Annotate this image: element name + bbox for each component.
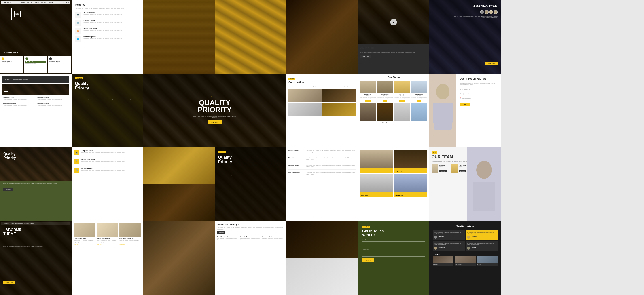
contact-send-btn[interactable]: Send bbox=[460, 103, 470, 106]
contact-address-field[interactable]: 📍 123 Street, City bbox=[460, 97, 498, 100]
qp-headline: Quality Priority bbox=[75, 82, 89, 90]
qp2-desc: Lorem ipsum dolor sit amet, consectetur … bbox=[3, 183, 68, 185]
site-features-grid: Computer Repair Lorem ipsum dolor sit am… bbox=[2, 96, 69, 107]
city-new-york: New York bbox=[433, 256, 454, 266]
twitter-icon-leon[interactable]: t bbox=[367, 100, 369, 102]
city-boston: Boston bbox=[477, 256, 498, 266]
three-column-grid: Lorem ipsum dolor Lorem ipsum dolor sit … bbox=[74, 224, 141, 245]
view-profile-chad-btn[interactable]: View Profile bbox=[459, 170, 466, 172]
member-photo-2-1 bbox=[360, 103, 376, 121]
amazing-team-desc: Lorem ipsum dolor sit amet, consectetur … bbox=[453, 16, 498, 18]
member-desc-david: Lorem ipsum dolor sit amet, consectetur … bbox=[377, 97, 393, 99]
construction-img-3 bbox=[288, 103, 322, 116]
member-desc-leon: Lorem ipsum dolor sit amet, consectetur … bbox=[360, 97, 376, 99]
col-title-3: Maecenas ullamcorper bbox=[119, 238, 141, 239]
feature-web: 🌐 Web Development Lorem ipsum dolor sit … bbox=[75, 36, 140, 42]
contact-email-field[interactable]: ✉ info@example.com bbox=[460, 92, 498, 95]
test-name-2: Chad Butler bbox=[471, 236, 478, 237]
test-author-2: Chad Butler Author bbox=[467, 236, 496, 239]
serv-desc-1: Lorem ipsum dolor sit amet, consectetur … bbox=[306, 150, 356, 153]
team-member-david: David Milam Author Lorem ipsum dolor sit… bbox=[377, 81, 393, 102]
git-send-btn[interactable]: Send > bbox=[362, 258, 374, 262]
serv-desc-3: Lorem ipsum dolor sit amet, consectetur … bbox=[306, 164, 356, 168]
qp3-desc: Lorem ipsum dolor sit amet, consectetur … bbox=[218, 174, 283, 176]
view-profile-roy-btn[interactable]: View Profile bbox=[439, 170, 446, 172]
city-img-boston bbox=[477, 256, 498, 263]
our-team-title: Our Team bbox=[360, 76, 427, 79]
feature-industrial: ⚙️ Industrial Design Lorem ipsum dolor s… bbox=[75, 20, 140, 26]
social-icons[interactable]: f t g in bbox=[64, 2, 69, 3]
svg-point-9 bbox=[476, 161, 492, 179]
want-desc: Lorem ipsum dolor sit amet, consectetur … bbox=[217, 227, 284, 230]
facebook-icon-leon[interactable]: f bbox=[365, 100, 367, 102]
main-nav[interactable]: LABORMS Home About Us Features Services … bbox=[1, 1, 70, 4]
instagram-icon-leon[interactable]: i bbox=[370, 100, 371, 102]
qp-read-more-center-btn[interactable]: Read More bbox=[208, 120, 222, 124]
want-title: Want to start working? bbox=[217, 224, 284, 226]
git-name-field[interactable]: Your Name bbox=[362, 239, 425, 242]
col-read-more-1[interactable]: Read More bbox=[74, 244, 96, 245]
col-read-more-3[interactable]: Read More bbox=[119, 244, 141, 245]
laborm5-hero-text: LABORM5 THEME bbox=[3, 228, 21, 236]
twitter-icon-roy[interactable]: t bbox=[401, 100, 403, 102]
feature-computer-repair: 💻 Computer Repair Lorem ipsum dolor sit … bbox=[75, 12, 140, 18]
team-member-roy: Roy Perry Author Lorem ipsum dolor sit a… bbox=[394, 81, 410, 102]
team-bg: AMAZING TEAM Lorem ipsum dolor sit amet,… bbox=[429, 0, 501, 74]
team-card-name-1: Leon Miller bbox=[360, 168, 393, 173]
contacts-section: Contacts New York Los Angeles Boston bbox=[433, 253, 498, 266]
serv-label-1: Computer Repair bbox=[288, 150, 304, 151]
feature-desc-4: Lorem ipsum dolor sit amet, consectetur … bbox=[82, 38, 122, 39]
laborm5-read-more-btn[interactable]: Read More bbox=[3, 281, 16, 284]
play-button[interactable]: ▶ bbox=[390, 19, 397, 25]
card-quality-priority-center: Services QUALITYPRIORITY Lorem ipsum dol… bbox=[143, 74, 286, 147]
git-email-field[interactable]: Your Email bbox=[362, 243, 425, 246]
nav-links[interactable]: Home About Us Features Services Contact bbox=[21, 2, 52, 3]
col-title-2: Nullus diam volutpat bbox=[96, 238, 118, 239]
amazing-team-title: AMAZING TEAM bbox=[473, 4, 498, 8]
want-section: Want to start working? Lorem ipsum dolor… bbox=[217, 224, 284, 234]
qp3-headline: Quality Priority bbox=[218, 155, 232, 164]
member-social-leon[interactable]: f t i bbox=[360, 100, 376, 102]
col-read-more-2[interactable]: Read More bbox=[96, 244, 118, 245]
service-desc-3: Lorem ipsum dolor sit amet, consectetur … bbox=[81, 170, 125, 171]
video-bg: ▶ bbox=[358, 0, 429, 44]
qp2-see-more-btn[interactable]: See More bbox=[3, 188, 13, 191]
git-message-field[interactable]: Message bbox=[362, 248, 425, 257]
service-computer-repair: 💻 Computer Repair Lorem ipsum dolor sit … bbox=[74, 150, 141, 157]
qp-read-more[interactable]: Read More bbox=[75, 128, 80, 130]
amazing-team-btn[interactable]: Read More bbox=[486, 62, 498, 65]
hero-logo-text: LABORM5 THEME bbox=[4, 52, 18, 54]
team-member-2-3 bbox=[394, 103, 410, 123]
contact-desc: Lorem ipsum dolor sit amet, consectetur … bbox=[460, 82, 498, 86]
start-working-btn[interactable]: Start Now bbox=[217, 231, 226, 234]
member-social-chad[interactable]: f t bbox=[411, 100, 427, 102]
member-role-leon: Author bbox=[360, 95, 376, 96]
watch-read-more-btn[interactable]: Read More bbox=[360, 54, 371, 58]
team-card-4: Chad Butler bbox=[394, 174, 427, 197]
facebook-icon-roy[interactable]: f bbox=[399, 100, 401, 102]
member-photo-2-4 bbox=[411, 103, 427, 121]
card-website-features: LABORMS Home About Features Services Com… bbox=[0, 74, 72, 147]
instagram-icon-roy[interactable]: i bbox=[404, 100, 405, 102]
city-name-boston: Boston bbox=[477, 263, 498, 266]
get-in-touch-content: Let's Chat Get in TouchWith Us Your Name… bbox=[358, 221, 429, 295]
member-social-roy[interactable]: f t i bbox=[394, 100, 410, 102]
team-card-img-2 bbox=[394, 150, 427, 168]
web-icon bbox=[26, 57, 28, 60]
sub-features-bar: Computer Repair Lorem ipsum dolor sit am… bbox=[0, 56, 72, 74]
card-laborm5-dark: LABORMS | Home About Features Services C… bbox=[0, 221, 72, 295]
facebook-icon-chad[interactable]: f bbox=[417, 100, 419, 102]
facebook-icon-david[interactable]: f bbox=[383, 100, 385, 102]
twitter-icon-chad[interactable]: t bbox=[419, 100, 421, 102]
twitter-icon-david[interactable]: t bbox=[385, 100, 387, 102]
test-avatar-1 bbox=[434, 236, 437, 239]
feature-desc-3: Lorem ipsum dolor sit amet, consectetur … bbox=[82, 30, 122, 31]
team-members-grid: Leon Miller Author Lorem ipsum dolor sit… bbox=[360, 81, 427, 102]
site-logo-box bbox=[4, 87, 8, 92]
member-social-david[interactable]: f t bbox=[377, 100, 393, 102]
laborm5-nav[interactable]: LABORMS | Home About Features Services C… bbox=[1, 222, 70, 225]
contact-name-field[interactable]: ☎ +1 234 56789 bbox=[460, 88, 498, 91]
service-icon-2: 🔨 bbox=[74, 159, 80, 164]
team-card-name-4: Chad Butler bbox=[394, 192, 427, 197]
card-our-team-profile: Proof OUR TEAM Lorem ipsum dolor sit ame… bbox=[429, 147, 501, 221]
